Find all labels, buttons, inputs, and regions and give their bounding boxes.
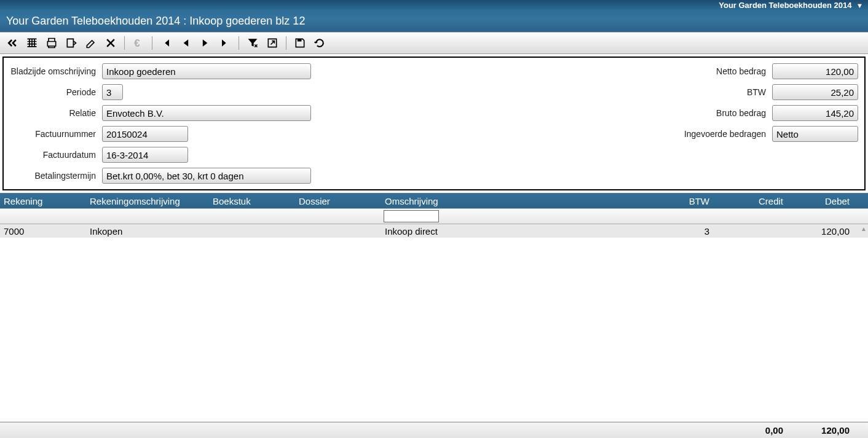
periode-field[interactable]: 3 — [102, 84, 123, 100]
grid-filter-row — [0, 208, 868, 224]
delete-button[interactable] — [102, 34, 119, 52]
chevron-down-icon: ▼ — [856, 2, 863, 9]
col-credit[interactable]: Credit — [713, 196, 787, 206]
btw-label: BTW — [661, 87, 766, 97]
netto-label: Netto bedrag — [661, 66, 766, 76]
cell-btw: 3 — [627, 226, 713, 237]
ingevoerd-field[interactable]: Netto — [772, 126, 858, 142]
edit-button[interactable] — [82, 34, 100, 52]
save-button[interactable] — [291, 34, 309, 52]
first-icon — [160, 37, 172, 49]
svg-text:€: € — [134, 37, 140, 49]
toolbar-separator — [124, 36, 125, 50]
factuurnummer-label: Factuurnummer — [10, 129, 96, 139]
grid-footer: 0,00 120,00 — [0, 422, 868, 438]
toolbar-separator — [239, 36, 239, 50]
footer-debet: 120,00 — [787, 425, 853, 436]
toolbar-separator — [286, 36, 286, 50]
refresh-icon — [314, 37, 326, 49]
last-record-button[interactable] — [216, 34, 234, 52]
col-debet[interactable]: Debet — [787, 196, 853, 206]
bladzijde-field[interactable]: Inkoop goederen — [102, 63, 311, 79]
col-boekstuk[interactable]: Boekstuk — [209, 196, 295, 206]
export-button[interactable] — [63, 34, 80, 52]
prev-record-button[interactable] — [177, 34, 194, 52]
grid-icon — [26, 37, 38, 49]
scroll-up-icon: ▲ — [861, 225, 867, 232]
refresh-button[interactable] — [311, 34, 328, 52]
form-left-column: Bladzijde omschrijving Inkoop goederen P… — [10, 63, 311, 184]
footer-credit: 0,00 — [713, 425, 787, 436]
save-icon — [294, 37, 306, 49]
filter-icon — [247, 37, 259, 49]
ingevoerd-label: Ingevoerde bedragen — [661, 129, 766, 139]
form-right-column: Netto bedrag 120,00 BTW 25,20 Bruto bedr… — [661, 63, 858, 184]
cell-rekeningomschrijving: Inkopen — [86, 226, 209, 237]
cell-omschrijving: Inkoop direct — [381, 226, 627, 237]
bruto-field[interactable]: 145,20 — [772, 105, 858, 121]
bladzijde-label: Bladzijde omschrijving — [10, 66, 96, 76]
window-title-bar: Your Garden Teleboekhouden 2014 : Inkoop… — [0, 10, 868, 32]
filter-button[interactable] — [244, 34, 261, 52]
popout-icon — [266, 37, 278, 49]
header-form: Bladzijde omschrijving Inkoop goederen P… — [2, 57, 866, 190]
delete-icon — [105, 37, 117, 49]
col-btw[interactable]: BTW — [627, 196, 713, 206]
factuurnummer-field[interactable]: 20150024 — [102, 126, 188, 142]
relatie-label: Relatie — [10, 108, 96, 118]
prev-icon — [180, 37, 192, 49]
lines-grid: Rekening Rekeningomschrijving Boekstuk D… — [0, 193, 868, 438]
popout-button[interactable] — [264, 34, 281, 52]
currency-button: € — [130, 34, 147, 52]
grid-row[interactable]: 7000 Inkopen Inkoop direct 3 120,00 — [0, 224, 868, 238]
export-icon — [65, 37, 77, 49]
cell-debet: 120,00 — [787, 226, 853, 237]
next-icon — [199, 37, 211, 49]
edit-icon — [85, 37, 97, 49]
grid-body[interactable]: 7000 Inkopen Inkoop direct 3 120,00 ▲ — [0, 224, 868, 422]
cell-rekening: 7000 — [0, 226, 86, 237]
periode-label: Periode — [10, 87, 96, 97]
print-icon — [45, 37, 58, 49]
euro-icon: € — [132, 37, 144, 49]
betalingstermijn-field[interactable]: Bet.krt 0,00%, bet 30, krt 0 dagen — [102, 168, 311, 184]
filter-omschrijving-input[interactable] — [384, 210, 439, 222]
next-record-button[interactable] — [197, 34, 214, 52]
toolbar-separator — [152, 36, 152, 50]
factuurdatum-label: Factuurdatum — [10, 150, 96, 160]
relatie-field[interactable]: Envotech B.V. — [102, 105, 311, 121]
factuurdatum-field[interactable]: 16-3-2014 — [102, 147, 188, 163]
col-rekeningomschrijving[interactable]: Rekeningomschrijving — [86, 196, 209, 206]
grid-header: Rekening Rekeningomschrijving Boekstuk D… — [0, 194, 868, 208]
netto-field[interactable]: 120,00 — [772, 63, 858, 79]
grid-button[interactable] — [23, 34, 41, 52]
app-dropdown[interactable]: Your Garden Teleboekhouden 2014 ▼ — [719, 1, 863, 10]
back-button[interactable] — [4, 34, 21, 52]
col-rekening[interactable]: Rekening — [0, 196, 86, 206]
bruto-label: Bruto bedrag — [661, 108, 766, 118]
last-icon — [219, 37, 231, 49]
back-icon — [6, 37, 18, 49]
app-label: Your Garden Teleboekhouden 2014 — [719, 1, 851, 10]
toolbar: € — [0, 32, 868, 54]
first-record-button[interactable] — [157, 34, 175, 52]
print-button[interactable] — [43, 34, 60, 52]
svg-rect-1 — [298, 39, 302, 41]
window-title: Your Garden Teleboekhouden 2014 : Inkoop… — [6, 15, 305, 28]
btw-field[interactable]: 25,20 — [772, 84, 858, 100]
col-dossier[interactable]: Dossier — [295, 196, 381, 206]
betalingstermijn-label: Betalingstermijn — [10, 171, 96, 181]
app-top-bar: Your Garden Teleboekhouden 2014 ▼ — [0, 0, 868, 10]
col-omschrijving[interactable]: Omschrijving — [381, 196, 627, 206]
